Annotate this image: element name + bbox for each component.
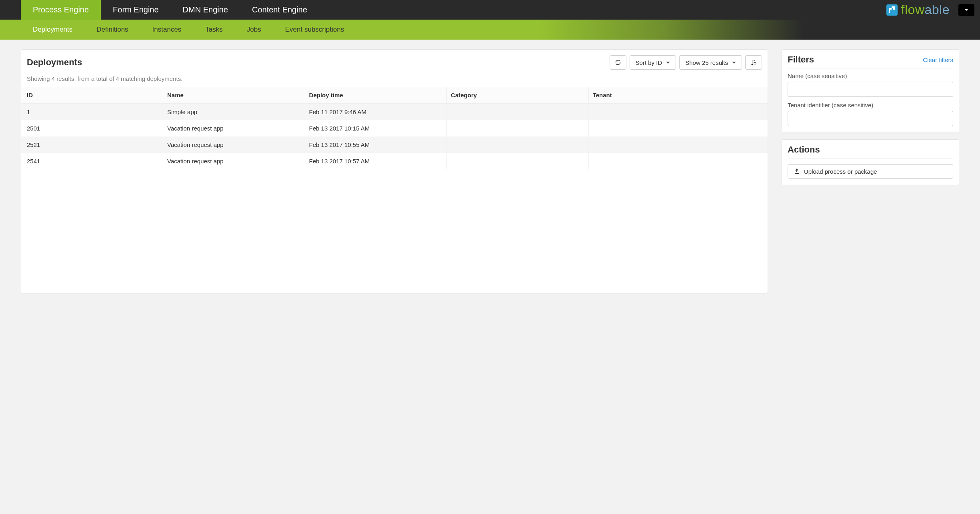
svg-rect-2 xyxy=(754,62,756,63)
actions-panel: Actions Upload process or package xyxy=(782,139,959,185)
topnav: Process Engine Form Engine DMN Engine Co… xyxy=(21,0,886,20)
subnav-instances[interactable]: Instances xyxy=(140,20,194,40)
brand-logo: flowable xyxy=(886,0,953,20)
actions-title: Actions xyxy=(788,145,953,155)
clear-filters-link[interactable]: Clear filters xyxy=(923,56,953,63)
cell-tenant xyxy=(588,137,768,153)
brand-wordmark: flowable xyxy=(901,2,950,17)
cell-tenant xyxy=(588,120,768,137)
filter-name-label: Name (case sensitive) xyxy=(788,72,953,79)
upload-button[interactable]: Upload process or package xyxy=(788,164,953,179)
user-menu xyxy=(958,0,974,20)
cell-name: Vacation request app xyxy=(163,137,305,153)
subnav-deployments[interactable]: Deployments xyxy=(21,20,84,40)
sort-asc-icon xyxy=(750,59,757,66)
caret-down-icon xyxy=(964,9,968,11)
subnav: Deployments Definitions Instances Tasks … xyxy=(21,20,356,40)
subbar: Deployments Definitions Instances Tasks … xyxy=(0,20,980,40)
refresh-button[interactable] xyxy=(610,55,626,70)
sort-by-label: Sort by ID xyxy=(636,59,662,66)
col-id[interactable]: ID xyxy=(21,87,163,104)
topnav-process-engine[interactable]: Process Engine xyxy=(21,0,101,20)
cell-deploy-time: Feb 11 2017 9:46 AM xyxy=(305,104,447,120)
upload-icon xyxy=(794,168,800,175)
refresh-icon xyxy=(615,59,621,66)
caret-down-icon xyxy=(732,62,736,64)
col-name[interactable]: Name xyxy=(163,87,305,104)
filters-panel: Filters Clear filters Name (case sensiti… xyxy=(782,49,959,133)
cell-id: 2521 xyxy=(21,137,163,153)
cell-deploy-time: Feb 13 2017 10:55 AM xyxy=(305,137,447,153)
svg-rect-1 xyxy=(754,60,755,61)
page: Deployments Sort by ID Show 25 results xyxy=(0,40,980,309)
deployments-header: Deployments Sort by ID Show 25 results xyxy=(21,50,768,73)
upload-label: Upload process or package xyxy=(804,168,877,175)
caret-down-icon xyxy=(666,62,670,64)
subnav-definitions[interactable]: Definitions xyxy=(84,20,140,40)
col-category[interactable]: Category xyxy=(447,87,589,104)
topnav-content-engine[interactable]: Content Engine xyxy=(240,0,319,20)
sort-direction-button[interactable] xyxy=(745,55,762,70)
table-row[interactable]: 2501 Vacation request app Feb 13 2017 10… xyxy=(21,120,768,137)
filter-tenant-input[interactable] xyxy=(788,111,953,126)
cell-id: 2541 xyxy=(21,153,163,169)
topnav-dmn-engine[interactable]: DMN Engine xyxy=(171,0,240,20)
deployments-panel: Deployments Sort by ID Show 25 results xyxy=(21,49,768,293)
col-deploy-time[interactable]: Deploy time xyxy=(305,87,447,104)
deployments-table: ID Name Deploy time Category Tenant 1 Si… xyxy=(21,87,768,169)
topnav-form-engine[interactable]: Form Engine xyxy=(101,0,171,20)
svg-rect-0 xyxy=(886,4,898,16)
results-summary: Showing 4 results, from a total of 4 mat… xyxy=(21,73,768,87)
filter-name-input[interactable] xyxy=(788,82,953,97)
table-row[interactable]: 2541 Vacation request app Feb 13 2017 10… xyxy=(21,153,768,169)
cell-id: 1 xyxy=(21,104,163,120)
subnav-jobs[interactable]: Jobs xyxy=(235,20,273,40)
page-title: Deployments xyxy=(27,57,610,68)
cell-name: Vacation request app xyxy=(163,153,305,169)
right-column: Filters Clear filters Name (case sensiti… xyxy=(782,49,959,185)
svg-rect-3 xyxy=(754,64,756,64)
table-row[interactable]: 1 Simple app Feb 11 2017 9:46 AM xyxy=(21,104,768,120)
toolbar: Sort by ID Show 25 results xyxy=(610,55,762,70)
cell-category xyxy=(447,137,589,153)
subnav-event-subscriptions[interactable]: Event subscriptions xyxy=(273,20,356,40)
cell-category xyxy=(447,120,589,137)
filter-tenant-label: Tenant identifier (case sensitive) xyxy=(788,102,953,108)
filters-title: Filters xyxy=(788,54,923,65)
page-size-button[interactable]: Show 25 results xyxy=(679,55,742,70)
page-size-label: Show 25 results xyxy=(685,59,728,66)
cell-name: Simple app xyxy=(163,104,305,120)
cell-category xyxy=(447,104,589,120)
cell-deploy-time: Feb 13 2017 10:15 AM xyxy=(305,120,447,137)
topbar: Process Engine Form Engine DMN Engine Co… xyxy=(0,0,980,20)
cell-category xyxy=(447,153,589,169)
sort-by-button[interactable]: Sort by ID xyxy=(630,55,676,70)
cell-tenant xyxy=(588,104,768,120)
table-row[interactable]: 2521 Vacation request app Feb 13 2017 10… xyxy=(21,137,768,153)
cell-tenant xyxy=(588,153,768,169)
flowable-mark-icon xyxy=(886,4,898,16)
col-tenant[interactable]: Tenant xyxy=(588,87,768,104)
svg-rect-4 xyxy=(795,173,799,174)
cell-name: Vacation request app xyxy=(163,120,305,137)
user-menu-button[interactable] xyxy=(958,4,974,16)
cell-deploy-time: Feb 13 2017 10:57 AM xyxy=(305,153,447,169)
subnav-tasks[interactable]: Tasks xyxy=(193,20,234,40)
cell-id: 2501 xyxy=(21,120,163,137)
